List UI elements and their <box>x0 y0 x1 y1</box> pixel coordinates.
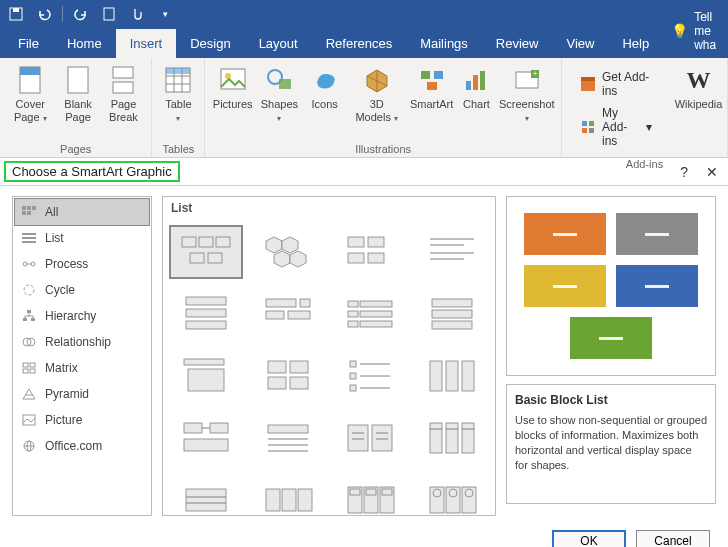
gallery-item-square-accent[interactable] <box>415 287 489 341</box>
page-break-icon <box>107 64 139 96</box>
gallery-item-14[interactable] <box>251 411 325 465</box>
screenshot-button[interactable]: + Screenshot▾ <box>498 62 555 125</box>
gallery-item-18[interactable] <box>251 473 325 515</box>
gallery-item-16[interactable] <box>415 411 489 465</box>
svg-rect-78 <box>348 253 364 263</box>
redo-icon[interactable] <box>71 4 91 24</box>
svg-rect-30 <box>581 80 595 91</box>
group-tables-label: Tables <box>158 141 198 155</box>
gallery-item-horizontal-bullet[interactable] <box>169 349 243 403</box>
wikipedia-button[interactable]: W Wikipedia <box>676 62 721 156</box>
gallery-item-basic-block-list[interactable] <box>169 225 243 279</box>
svg-rect-108 <box>350 373 356 379</box>
tab-insert[interactable]: Insert <box>116 29 177 58</box>
undo-icon[interactable] <box>34 4 54 24</box>
table-button[interactable]: Table▾ <box>158 62 198 125</box>
touch-mode-icon[interactable] <box>127 4 147 24</box>
tab-mailings[interactable]: Mailings <box>406 29 482 58</box>
tab-home[interactable]: Home <box>53 29 116 58</box>
svg-rect-88 <box>300 299 310 307</box>
tab-layout[interactable]: Layout <box>245 29 312 58</box>
category-matrix[interactable]: Matrix <box>15 355 149 381</box>
svg-rect-48 <box>27 310 31 313</box>
category-list-item[interactable]: List <box>15 225 149 251</box>
cancel-button[interactable]: Cancel <box>636 530 710 547</box>
preview-block <box>570 317 652 359</box>
tab-review[interactable]: Review <box>482 29 553 58</box>
tab-view[interactable]: View <box>552 29 608 58</box>
dialog-close-button[interactable]: ✕ <box>706 164 718 180</box>
3d-models-button[interactable]: 3D Models ▾ <box>347 62 407 125</box>
cycle-icon <box>21 282 37 298</box>
category-hierarchy[interactable]: Hierarchy <box>15 303 149 329</box>
svg-rect-33 <box>589 121 594 126</box>
dialog-button-bar: OK Cancel <box>0 516 728 547</box>
dialog-help-button[interactable]: ? <box>680 164 688 180</box>
blank-page-button[interactable]: Blank Page <box>57 62 100 125</box>
wikipedia-icon: W <box>683 64 715 96</box>
svg-rect-5 <box>68 67 88 93</box>
category-process[interactable]: Process <box>15 251 149 277</box>
gallery-item-vertical-box[interactable] <box>169 287 243 341</box>
svg-rect-97 <box>432 299 472 307</box>
smartart-button[interactable]: SmartArt <box>409 62 455 125</box>
gallery-item-15[interactable] <box>333 411 407 465</box>
category-pyramid[interactable]: Pyramid <box>15 381 149 407</box>
category-all[interactable]: All <box>14 198 150 226</box>
group-illustrations-label: Illustrations <box>211 141 555 155</box>
save-icon[interactable] <box>6 4 26 24</box>
svg-rect-79 <box>368 253 384 263</box>
cover-page-button[interactable]: Cover Page ▾ <box>6 62 55 125</box>
svg-point-152 <box>465 489 473 497</box>
chart-button[interactable]: Chart <box>456 62 496 125</box>
gallery-item-20[interactable] <box>415 473 489 515</box>
ok-button[interactable]: OK <box>552 530 626 547</box>
tab-file[interactable]: File <box>4 29 53 58</box>
svg-rect-89 <box>266 311 284 319</box>
tab-help[interactable]: Help <box>608 29 663 58</box>
svg-rect-1 <box>13 8 19 12</box>
category-cycle[interactable]: Cycle <box>15 277 149 303</box>
gallery-item-lined-list[interactable] <box>415 225 489 279</box>
get-addins-button[interactable]: Get Add-ins <box>576 68 656 100</box>
svg-rect-21 <box>421 71 430 79</box>
preview-canvas <box>506 196 716 376</box>
gallery-item-17[interactable] <box>169 473 243 515</box>
customize-qat-icon[interactable]: ▾ <box>155 4 175 24</box>
svg-rect-37 <box>27 206 31 210</box>
svg-rect-70 <box>190 253 204 263</box>
gallery-item-alternating-hexagons[interactable] <box>251 225 325 279</box>
svg-rect-34 <box>582 128 587 133</box>
category-picture[interactable]: Picture <box>15 407 149 433</box>
category-relationship[interactable]: Relationship <box>15 329 149 355</box>
svg-point-151 <box>449 489 457 497</box>
svg-rect-40 <box>27 211 31 215</box>
svg-rect-106 <box>350 361 356 367</box>
gallery-item-vertical-bullet[interactable] <box>333 349 407 403</box>
gallery-scroll[interactable] <box>163 219 495 515</box>
svg-rect-26 <box>480 71 485 90</box>
page-break-button[interactable]: Page Break <box>102 62 146 125</box>
shapes-button[interactable]: Shapes ▾ <box>256 62 303 125</box>
tell-me-label: Tell me wha <box>694 10 716 52</box>
gallery-item-picture-caption[interactable] <box>333 225 407 279</box>
gallery-item-tab-list[interactable] <box>333 287 407 341</box>
smartart-icon <box>416 64 448 96</box>
tab-design[interactable]: Design <box>176 29 244 58</box>
gallery-item-19[interactable] <box>333 473 407 515</box>
preview-block <box>616 265 698 307</box>
category-officecom[interactable]: Office.com <box>15 433 149 459</box>
pictures-button[interactable]: Pictures <box>211 62 254 125</box>
new-doc-icon[interactable] <box>99 4 119 24</box>
my-addins-button[interactable]: My Add-ins ▾ <box>576 104 656 150</box>
tab-references[interactable]: References <box>312 29 406 58</box>
gallery-item-stacked[interactable] <box>251 349 325 403</box>
tell-me-search[interactable]: 💡 Tell me wha <box>663 4 724 58</box>
gallery-item-13[interactable] <box>169 411 243 465</box>
svg-rect-90 <box>288 311 310 319</box>
gallery-item-vertical-block[interactable] <box>415 349 489 403</box>
gallery-item-varying-width[interactable] <box>251 287 325 341</box>
icons-button[interactable]: Icons <box>305 62 345 125</box>
svg-rect-25 <box>473 75 478 90</box>
preview-block <box>616 213 698 255</box>
